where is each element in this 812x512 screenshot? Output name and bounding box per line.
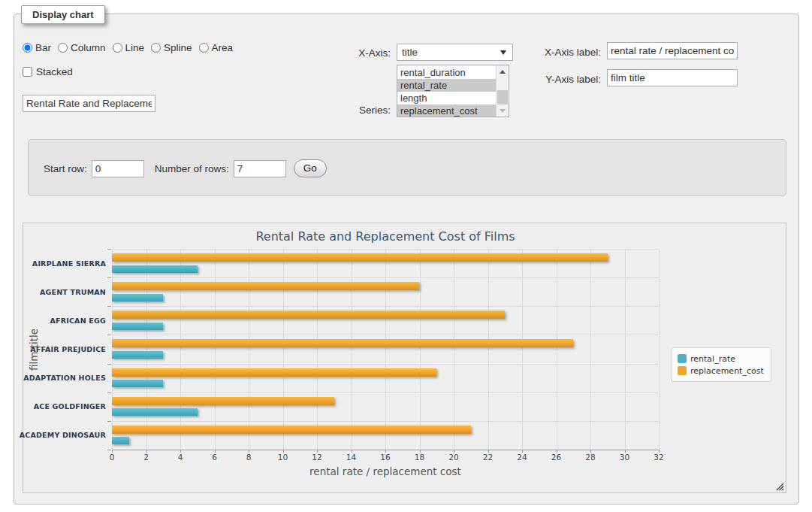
y-tick-mark [107,249,111,250]
gridline [522,249,523,450]
legend-item-replacement_cost[interactable]: replacement_cost [678,365,764,377]
gridline [249,249,249,450]
bar-replacement_cost-affair-prejudice[interactable] [112,339,573,347]
x-tick-label: 8 [246,453,252,462]
gridline [352,249,352,450]
num-rows-label: Number of rows: [155,163,229,174]
x-tick-label: 6 [212,453,217,462]
chart-type-radio-spline[interactable] [151,43,161,53]
y-axis-label-caption: Y-Axis label: [518,74,601,85]
x-tick-label: 32 [654,453,663,462]
series-option-rental_rate[interactable]: rental_rate [397,79,496,92]
category-label: AFFAIR PREJUDICE [23,335,106,363]
gridline [659,249,660,450]
x-tick-label: 2 [143,453,149,462]
bar-rental_rate-ace-goldfinger[interactable] [112,408,198,416]
x-axis-selected-value: title [402,47,418,58]
y-tick-mark [107,306,111,307]
num-rows-input[interactable] [234,160,286,177]
x-tick-label: 18 [415,453,424,462]
series-option-replacement_cost[interactable]: replacement_cost [397,105,496,117]
chart-type-bar[interactable]: Bar [23,42,51,53]
series-option-length[interactable]: length [397,92,496,105]
start-row-label: Start row: [44,163,87,174]
chart-type-radio-group: BarColumnLineSplineArea [23,42,240,53]
y-tick-mark [107,277,111,278]
chart-title-input[interactable] [23,95,155,112]
chart-type-area[interactable]: Area [199,42,234,53]
scroll-down-icon[interactable] [497,105,509,117]
chart-type-radio-label: Area [212,42,234,53]
chart-type-radio-line[interactable] [113,43,122,53]
legend-label: replacement_cost [690,366,764,376]
chart-type-radio-bar[interactable] [23,43,32,53]
bar-replacement_cost-airplane-sierra[interactable] [112,253,608,262]
fieldset-legend: Display chart [21,5,105,24]
x-tick-label: 28 [585,453,595,462]
chart-type-radio-label: Line [125,42,145,53]
chart-type-radio-label: Column [71,42,106,53]
chart-type-column[interactable]: Column [58,42,106,53]
x-tick-label: 22 [483,453,493,462]
bar-replacement_cost-academy-dinosaur[interactable] [112,426,471,434]
x-axis-select[interactable]: title [397,44,513,61]
gridline [146,249,147,450]
x-axis-label-caption: X-Axis label: [518,47,601,58]
gridline [215,249,216,450]
listbox-scrollbar[interactable] [496,65,509,117]
bar-replacement_cost-ace-goldfinger[interactable] [112,397,334,405]
x-tick-label: 4 [178,453,183,462]
query-panel: Start row: Number of rows: Go [28,139,786,196]
gridline [112,277,659,278]
gridline [283,249,284,450]
category-label: AGENT TRUMAN [23,277,106,306]
plot-area [112,249,659,450]
category-label: ACE GOLDFINGER [23,392,106,421]
chart-container: Rental Rate and Replacement Cost of Film… [23,223,786,493]
y-axis-label-input[interactable] [607,69,738,86]
scrollbar-thumb[interactable] [497,90,508,105]
chart-type-radio-column[interactable] [58,43,68,53]
gridline [112,421,659,422]
chevron-down-icon [500,50,506,55]
bar-rental_rate-adaptation-holes[interactable] [112,380,163,387]
gridline [112,364,659,365]
stacked-checkbox[interactable] [23,67,32,77]
chart-type-radio-label: Bar [35,42,51,53]
gridline [112,249,113,450]
x-axis-label: X-Axis: [323,47,391,59]
x-tick-label: 24 [517,453,527,462]
x-axis-label-input[interactable] [607,42,738,59]
start-row-input[interactable] [92,160,144,177]
gridline [420,249,421,450]
chart-type-spline[interactable]: Spline [151,42,192,53]
bar-replacement_cost-adaptation-holes[interactable] [112,368,436,377]
bar-rental_rate-academy-dinosaur[interactable] [112,437,129,444]
resize-grip-icon[interactable] [775,482,784,491]
bar-rental_rate-agent-truman[interactable] [112,294,163,301]
gridline [454,249,454,450]
series-multiselect[interactable]: rental_durationrental_ratelengthreplacem… [397,65,509,117]
gridline [112,392,659,393]
x-tick-label: 30 [620,453,629,462]
bar-rental_rate-affair-prejudice[interactable] [112,351,163,359]
y-tick-mark [107,335,111,335]
series-option-rental_duration[interactable]: rental_duration [397,66,496,79]
stacked-label: Stacked [36,66,73,77]
bar-replacement_cost-agent-truman[interactable] [112,282,419,290]
bar-replacement_cost-african-egg[interactable] [112,311,505,319]
gridline [112,335,659,335]
gridline [488,249,489,450]
category-label: AFRICAN EGG [23,306,106,335]
bar-rental_rate-african-egg[interactable] [112,323,163,330]
bar-rental_rate-airplane-sierra[interactable] [112,265,198,273]
go-button[interactable]: Go [294,159,327,177]
scroll-up-icon[interactable] [497,65,509,77]
chart-type-radio-area[interactable] [199,43,209,53]
chart-type-line[interactable]: Line [113,42,145,53]
gridline [112,306,659,307]
legend-item-rental_rate[interactable]: rental_rate [678,353,764,365]
y-tick-mark [107,421,111,422]
x-tick-label: 26 [551,453,561,462]
category-label: ACADEMY DINOSAUR [23,421,106,450]
